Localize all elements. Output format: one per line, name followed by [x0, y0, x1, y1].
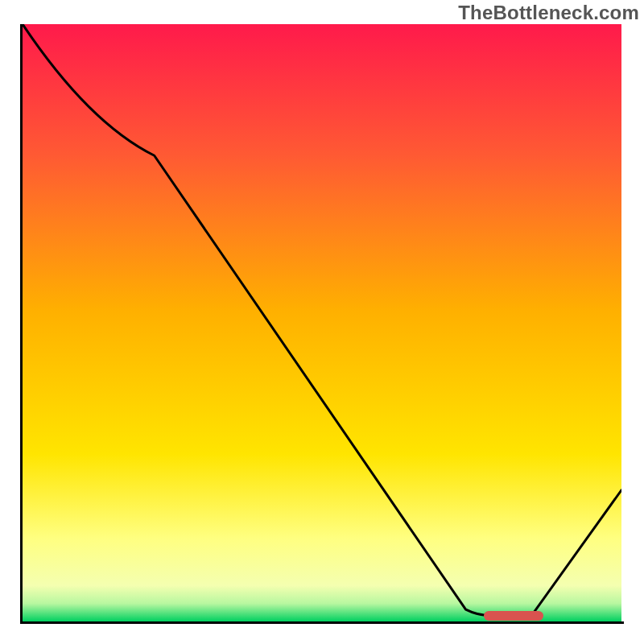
chart-container: TheBottleneck.com [0, 0, 644, 644]
bottleneck-curve [23, 24, 621, 621]
watermark-text: TheBottleneck.com [458, 2, 639, 24]
plot-area [23, 24, 621, 621]
optimal-range-marker [484, 611, 543, 621]
